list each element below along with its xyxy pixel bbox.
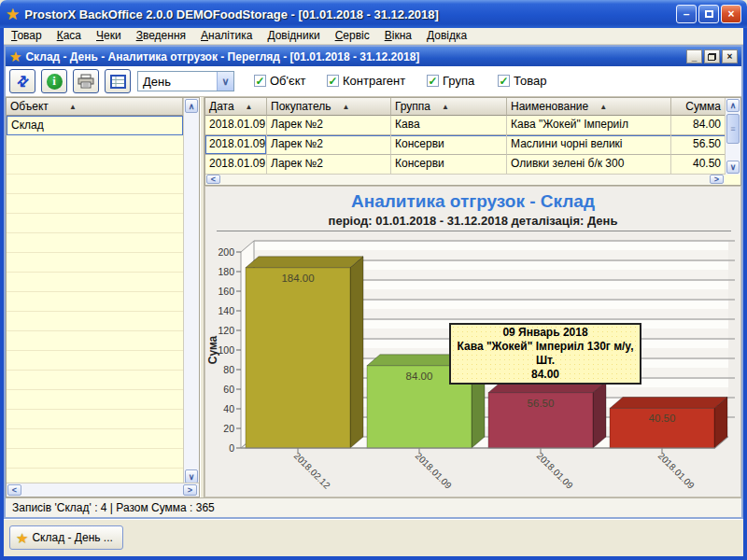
svg-text:60: 60 (223, 384, 234, 395)
mdi-taskbar: ★ Склад - День ... (4, 519, 743, 556)
child-minimize-button[interactable]: _ (686, 49, 702, 63)
period-select[interactable]: День ∨ (137, 71, 234, 91)
scroll-right-icon[interactable]: > (710, 175, 724, 184)
period-select-value: День (138, 75, 217, 89)
table-row[interactable]: 2018.01.09 Ларек №2 Кава Кава "Жокей" Ім… (205, 116, 726, 135)
cell-buyer: Ларек №2 (267, 116, 391, 135)
scroll-left-icon[interactable]: < (7, 484, 21, 496)
scroll-right-icon[interactable]: > (183, 484, 197, 496)
scroll-down-icon[interactable]: ∨ (185, 469, 198, 483)
chart-subtitle: період: 01.01.2018 - 31.12.2018 деталіза… (205, 214, 740, 228)
chart-bar[interactable]: 40.50 (610, 397, 727, 448)
sort-asc-icon: ▲ (442, 103, 449, 111)
tooltip-value: 84.00 (454, 368, 637, 382)
column-header-label: Покупатель (271, 100, 331, 113)
cell-buyer: Ларек №2 (267, 155, 391, 175)
menu-kasa[interactable]: Каса (49, 28, 89, 44)
table-row[interactable]: 2018.01.09 Ларек №2 Консерви Оливки зеле… (205, 155, 726, 175)
cell-sum: 56.50 (671, 135, 726, 155)
window-title: ProstorX BackOffice 2.0.0 DEMOFoodStorag… (24, 7, 676, 21)
menu-servis[interactable]: Сервіс (328, 28, 377, 44)
check-icon: ✓ (499, 76, 508, 87)
cell-name: Оливки зелені б/к 300 (507, 155, 671, 175)
column-header-group[interactable]: Группа▲ (391, 98, 507, 116)
menu-zvedennya[interactable]: Зведення (129, 28, 193, 44)
scroll-left-icon[interactable]: < (206, 175, 220, 184)
info-icon: i (47, 74, 63, 90)
column-header-buyer[interactable]: Покупатель▲ (267, 98, 391, 116)
sort-asc-icon: ▲ (342, 103, 349, 111)
cell-sum: 40.50 (671, 155, 726, 175)
svg-text:2018.01.09: 2018.01.09 (414, 451, 454, 491)
object-list: Склад (7, 116, 183, 484)
task-star-icon: ★ (16, 531, 28, 545)
table-vertical-scrollbar[interactable]: ∧ ≡ ∨ (725, 98, 740, 175)
cell-group: Консерви (391, 135, 507, 155)
column-header-sum[interactable]: Сумма (671, 98, 726, 116)
checkbox-contragent[interactable]: ✓ Контрагент (327, 74, 405, 88)
svg-text:40: 40 (223, 403, 234, 414)
refresh-icon: ⇄ (12, 71, 33, 91)
print-button[interactable] (73, 69, 99, 93)
checkbox-product-label: Товар (514, 74, 546, 88)
scrollbar-thumb[interactable]: ≡ (726, 114, 740, 144)
column-header-label: Сумма (685, 100, 721, 113)
menubar: Товар Каса Чеки Зведення Аналітика Довід… (4, 28, 743, 45)
checkbox-object-label: Об'єкт (270, 74, 305, 88)
chart-panel: Аналитика отгрузок - Склад період: 01.01… (204, 186, 741, 497)
sort-asc-icon: ▲ (69, 103, 77, 111)
check-icon: ✓ (255, 76, 264, 87)
menu-dovidnyky[interactable]: Довідники (260, 28, 327, 44)
svg-text:2018.01.09: 2018.01.09 (656, 451, 697, 491)
scroll-up-icon[interactable]: ∧ (185, 99, 198, 113)
table-icon (110, 75, 126, 89)
print-icon (78, 74, 95, 89)
column-header-label: Наименование (511, 100, 588, 113)
task-button-sklad-den[interactable]: ★ Склад - День ... (9, 525, 123, 550)
checkbox-group[interactable]: ✓ Група (427, 74, 474, 88)
child-close-button[interactable]: × (722, 49, 738, 63)
chart-bar[interactable]: 184.00 (246, 257, 363, 448)
table-row-selected[interactable]: 2018.01.09 Ларек №2 Консерви Маслини чор… (205, 135, 726, 155)
object-list-item-sklad[interactable]: Склад (7, 116, 183, 135)
column-header-date[interactable]: Дата▲ (205, 98, 267, 116)
check-icon: ✓ (328, 76, 337, 87)
table-horizontal-scrollbar[interactable]: < > (205, 174, 725, 185)
scroll-up-icon[interactable]: ∧ (726, 99, 740, 112)
window-border-bottom (0, 556, 747, 560)
maximize-button[interactable] (698, 5, 719, 23)
object-horizontal-scrollbar[interactable]: < > (7, 483, 199, 497)
object-vertical-scrollbar[interactable]: ∧ ∨ (183, 98, 199, 484)
checkbox-product[interactable]: ✓ Товар (498, 74, 546, 88)
menu-cheky[interactable]: Чеки (89, 28, 129, 44)
object-column-header[interactable]: Объект ▲ (7, 98, 183, 116)
svg-text:40.50: 40.50 (649, 413, 676, 424)
status-text: Записів 'Склад' : 4 | Разом Сумма : 365 (12, 501, 215, 514)
window-border-right (743, 28, 747, 556)
child-restore-button[interactable] (704, 49, 720, 63)
task-button-label: Склад - День ... (32, 531, 112, 544)
chart-bar[interactable]: 56.50 (488, 382, 606, 448)
checkbox-object[interactable]: ✓ Об'єкт (254, 74, 305, 88)
menu-vikna[interactable]: Вікна (377, 28, 419, 44)
chart-title: Аналитика отгрузок - Склад (205, 191, 740, 212)
menu-dovidka[interactable]: Довідка (419, 28, 474, 44)
close-button[interactable]: × (721, 5, 741, 23)
minimize-button[interactable]: – (676, 5, 697, 23)
child-titlebar: ★ Склад - День - Аналитика отгрузок - Пе… (6, 47, 741, 66)
scroll-down-icon[interactable]: ∨ (726, 161, 740, 174)
cell-name: Кава "Жокей" Імпериіл (507, 116, 671, 135)
table-view-button[interactable] (105, 69, 131, 93)
column-header-name[interactable]: Наименование▲ (507, 98, 671, 116)
application-window: ★ ProstorX BackOffice 2.0.0 DEMOFoodStor… (0, 0, 747, 560)
tooltip-date: 09 Январь 2018 (454, 326, 637, 340)
info-button[interactable]: i (41, 69, 67, 93)
toolbar: ⇄ i День ∨ ✓ (6, 66, 741, 97)
svg-text:Сума: Сума (206, 335, 219, 364)
svg-text:2018.02.12: 2018.02.12 (292, 451, 332, 491)
chevron-down-icon: ∨ (217, 72, 233, 91)
refresh-button[interactable]: ⇄ (9, 69, 35, 93)
menu-tovar[interactable]: Товар (4, 28, 49, 44)
menu-analitika[interactable]: Аналітика (193, 28, 260, 44)
svg-text:80: 80 (223, 364, 234, 375)
